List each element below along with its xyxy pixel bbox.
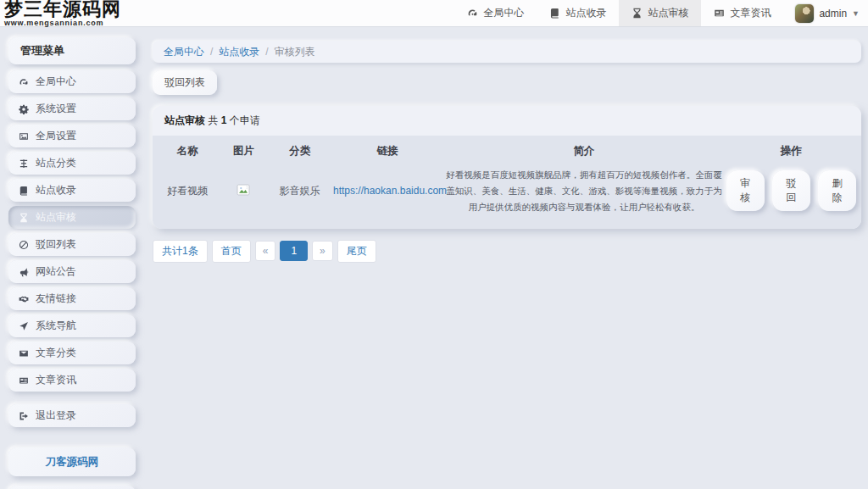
brand-subtitle: www.mengsannian.com [4,19,121,27]
hourglass-icon [19,213,29,223]
action-buttons: 审核 驳回 删除 [726,170,856,211]
sidebar-item-global-settings[interactable]: 全局设置 [8,125,136,147]
broken-image-icon [236,183,250,197]
sidebar-item-label: 全局中心 [36,75,76,89]
sidebar: 管理菜单 全局中心 系统设置 全局设置 站点分类 站点收录 站点审核 驳回列表 … [8,37,136,489]
top-navbar: 梦三年源码网 www.mengsannian.com 全局中心 站点收录 站点审… [0,0,868,27]
location-arrow-icon [19,321,29,331]
table-header-row: 名称 图片 分类 链接 简介 操作 [156,136,858,164]
col-header-intro: 简介 [443,136,724,164]
image-icon [19,131,29,142]
topnav-item-site-audit[interactable]: 站点审核 [619,0,701,26]
pagination-page-1[interactable]: 1 [280,241,308,261]
breadcrumb-separator: / [210,46,213,58]
table-row: 好看视频 影音娱乐 https://haokan.baidu.com [156,164,858,219]
sidebar-panel-partial [8,486,136,489]
topnav-item-articles[interactable]: 文章资讯 [701,0,783,26]
gauge-icon [467,8,478,19]
panel-title-text: 站点审核 [164,114,205,126]
panel-count-suffix: 个申请 [230,114,260,126]
pagination-total: 共计1条 [153,240,208,263]
pagination-first[interactable]: 首页 [212,240,251,263]
sidebar-item-article-category[interactable]: 文章分类 [8,342,136,364]
breadcrumb-current: 审核列表 [275,45,315,59]
gauge-icon [19,77,29,87]
chevron-down-icon: ▼ [852,9,860,18]
main-content: 全局中心 / 站点收录 / 审核列表 驳回列表 站点审核 共 1 个申请 名称 … [153,41,861,263]
brand-logo[interactable]: 梦三年源码网 www.mengsannian.com [4,0,121,26]
reject-list-button[interactable]: 驳回列表 [153,70,217,95]
sidebar-item-label: 站点分类 [36,156,76,170]
site-link[interactable]: https://haokan.baidu.com [333,185,447,197]
sidebar-footer-link[interactable]: 刀客源码网 [8,447,136,476]
audit-button[interactable]: 审核 [726,170,765,211]
topnav-label: 站点收录 [565,6,606,20]
col-header-link: 链接 [331,136,443,164]
breadcrumb-link-global-center[interactable]: 全局中心 [164,45,204,59]
delete-button[interactable]: 删除 [818,170,856,211]
newspaper-icon [19,375,29,386]
panel-title: 站点审核 共 1 个申请 [153,106,861,136]
topnav-label: 站点审核 [648,6,688,20]
book-icon [19,186,29,196]
audit-table-wrap: 名称 图片 分类 链接 简介 操作 好看视频 [153,136,861,229]
cell-site-name: 好看视频 [156,164,220,219]
sidebar-item-label: 退出登录 [36,408,76,423]
breadcrumb: 全局中心 / 站点收录 / 审核列表 [153,41,861,63]
bullhorn-icon [19,267,29,277]
breadcrumb-separator: / [265,46,268,58]
col-header-image: 图片 [220,136,269,164]
sidebar-item-friend-links[interactable]: 友情链接 [8,287,136,310]
brand-title: 梦三年源码网 [4,0,121,19]
cell-actions: 审核 驳回 删除 [725,164,858,219]
sidebar-item-site-category[interactable]: 站点分类 [8,152,136,175]
audit-panel: 站点审核 共 1 个申请 名称 图片 分类 链接 简介 操作 [153,106,861,229]
footer-link-label: 刀客源码网 [46,455,99,470]
sidebar-item-logout[interactable]: 退出登录 [8,404,136,427]
panel-count: 1 [221,114,227,126]
sidebar-item-reject-list[interactable]: 驳回列表 [8,233,136,256]
sidebar-item-global-center[interactable]: 全局中心 [8,70,136,93]
user-name: admin [819,8,847,19]
col-header-category: 分类 [268,136,331,164]
newspaper-icon [714,8,725,19]
top-nav-menu: 全局中心 站点收录 站点审核 文章资讯 admin ▼ [454,0,868,26]
book-icon [549,8,560,19]
sidebar-item-site-notice[interactable]: 网站公告 [8,260,136,283]
topnav-label: 文章资讯 [730,6,771,20]
category-icon [19,158,29,169]
sidebar-item-label: 文章分类 [36,346,76,360]
pagination-next[interactable]: » [312,241,333,261]
sidebar-item-label: 系统设置 [36,102,76,116]
sidebar-header: 管理菜单 [8,37,136,64]
pagination: 共计1条 首页 « 1 » 尾页 [153,240,861,263]
handshake-icon [19,294,29,304]
reject-button[interactable]: 驳回 [772,170,810,211]
user-menu[interactable]: admin ▼ [783,0,868,26]
sidebar-item-site-audit[interactable]: 站点审核 [8,206,136,229]
sidebar-item-label: 站点收录 [36,183,76,197]
hourglass-icon [632,8,643,19]
topnav-item-global-center[interactable]: 全局中心 [454,0,537,26]
sidebar-item-system-settings[interactable]: 系统设置 [8,97,136,120]
audit-table: 名称 图片 分类 链接 简介 操作 好看视频 [156,136,858,219]
gear-icon [19,104,29,114]
sidebar-item-article-news[interactable]: 文章资讯 [8,369,136,392]
sidebar-item-site-index[interactable]: 站点收录 [8,179,136,202]
breadcrumb-link-site-index[interactable]: 站点收录 [219,45,259,59]
col-header-actions: 操作 [725,136,858,164]
sidebar-item-system-nav[interactable]: 系统导航 [8,314,136,337]
pagination-last[interactable]: 尾页 [337,240,376,263]
topnav-item-site-index[interactable]: 站点收录 [537,0,619,26]
sidebar-item-label: 网站公告 [36,264,76,279]
sidebar-item-label: 全局设置 [36,129,76,143]
cell-site-image [220,164,269,219]
col-header-name: 名称 [156,136,220,164]
sidebar-item-label: 友情链接 [36,292,76,306]
envelope-icon [19,348,29,358]
cell-site-link: https://haokan.baidu.com [331,164,443,219]
pagination-prev[interactable]: « [255,241,276,261]
cell-site-category: 影音娱乐 [268,164,331,219]
sidebar-item-label: 系统导航 [36,319,76,333]
user-avatar [795,4,814,23]
